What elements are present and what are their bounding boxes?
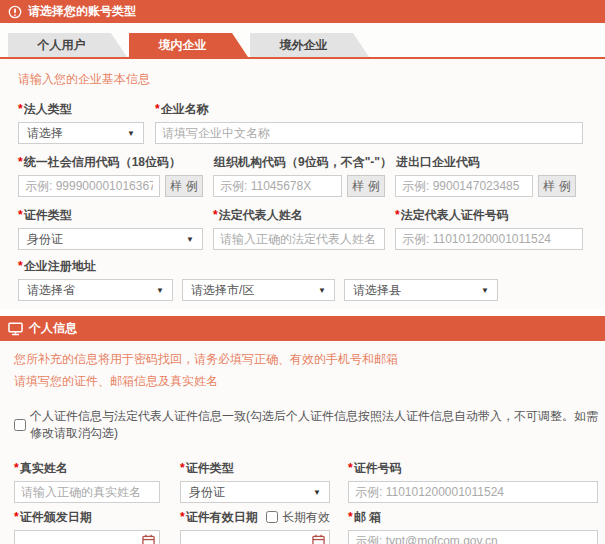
same-cert-checkbox-label: 个人证件信息与法定代表人证件信息一致(勾选后个人证件信息按照法人证件信息自动带入… (30, 408, 598, 442)
field-label: *证件类型 (18, 207, 203, 223)
chevron-down-icon: ▼ (318, 286, 326, 295)
field-label: *法定代表人证件号码 (395, 207, 583, 223)
chevron-down-icon: ▼ (156, 286, 164, 295)
field-label: *企业注册地址 (18, 258, 583, 274)
personal-info-title: 个人信息 (29, 320, 77, 337)
import-export-code-input[interactable] (395, 175, 533, 197)
chevron-down-icon: ▼ (127, 129, 135, 138)
enterprise-info-section: 请输入您的企业基本信息 *法人类型 请选择 ▼ *企业名称 *统一社会信用代码（… (0, 59, 605, 309)
tab-overseas-enterprise[interactable]: 境外企业 (250, 33, 369, 57)
tab-personal-user[interactable]: 个人用户 (8, 33, 127, 57)
email-input[interactable] (348, 530, 598, 544)
field-label: 组织机构代码（9位码，不含"-"） (213, 154, 385, 170)
personal-hint-2: 请填写您的证件、邮箱信息及真实姓名 (14, 373, 598, 390)
field-label: *证件号码 (348, 460, 598, 476)
org-code-sample-button[interactable]: 样 例 (347, 175, 385, 197)
import-export-code-sample-button[interactable]: 样 例 (538, 175, 576, 197)
field-label: *证件有效日期 长期有效 (180, 509, 330, 525)
long-term-valid-label: 长期有效 (282, 509, 330, 525)
personal-hint-1: 您所补充的信息将用于密码找回，请务必填写正确、有效的手机号和邮箱 (14, 351, 598, 368)
section-divider (0, 309, 605, 316)
same-cert-checkbox[interactable] (14, 419, 26, 431)
field-label: *证件颁发日期 (14, 509, 160, 525)
credit-code-sample-button[interactable]: 样 例 (165, 175, 203, 197)
province-select[interactable]: 请选择省 ▼ (18, 279, 173, 301)
city-select[interactable]: 请选择市/区 ▼ (182, 279, 335, 301)
field-label: *法人类型 (18, 101, 144, 117)
county-select[interactable]: 请选择县 ▼ (344, 279, 498, 301)
long-term-valid-checkbox[interactable] (266, 511, 278, 523)
real-name-input[interactable] (14, 481, 160, 503)
same-cert-checkbox-row[interactable]: 个人证件信息与法定代表人证件信息一致(勾选后个人证件信息按照法人证件信息自动带入… (14, 408, 598, 442)
legal-rep-cert-number-input[interactable] (395, 228, 583, 250)
long-term-valid-checkbox-row[interactable]: 长期有效 (266, 509, 330, 525)
monitor-icon (8, 322, 23, 336)
cert-issue-date-input[interactable] (14, 530, 160, 544)
chevron-down-icon: ▼ (481, 286, 489, 295)
personal-cert-type-select[interactable]: 身份证 ▼ (180, 481, 330, 503)
enterprise-name-input[interactable] (155, 122, 583, 144)
chevron-down-icon: ▼ (313, 488, 321, 497)
enterprise-info-hint: 请输入您的企业基本信息 (18, 71, 583, 87)
field-label: *法定代表人姓名 (213, 207, 385, 223)
tab-domestic-enterprise[interactable]: 境内企业 (129, 33, 248, 57)
personal-info-section: 您所补充的信息将用于密码找回，请务必填写正确、有效的手机号和邮箱 请填写您的证件… (0, 341, 605, 544)
account-type-header: 请选择您的账号类型 (0, 0, 605, 23)
field-label: *证件类型 (180, 460, 330, 476)
account-type-tabs: 个人用户 境内企业 境外企业 (0, 33, 605, 59)
org-code-input[interactable] (213, 175, 342, 197)
info-icon (8, 5, 22, 19)
legal-person-type-select[interactable]: 请选择 ▼ (18, 122, 144, 144)
cert-valid-date-input[interactable] (180, 530, 330, 544)
personal-cert-number-input[interactable] (348, 481, 598, 503)
field-label: *真实姓名 (14, 460, 160, 476)
field-label: *企业名称 (155, 101, 583, 117)
credit-code-input[interactable] (18, 175, 160, 197)
chevron-down-icon: ▼ (186, 235, 194, 244)
field-label: *邮 箱 (348, 509, 598, 525)
legal-rep-name-input[interactable] (213, 228, 385, 250)
field-label: 进出口企业代码 (395, 154, 576, 170)
personal-info-header: 个人信息 (0, 316, 605, 341)
field-label: *统一社会信用代码（18位码） (18, 154, 203, 170)
legal-rep-cert-type-select[interactable]: 身份证 ▼ (18, 228, 203, 250)
account-type-title: 请选择您的账号类型 (28, 3, 136, 20)
